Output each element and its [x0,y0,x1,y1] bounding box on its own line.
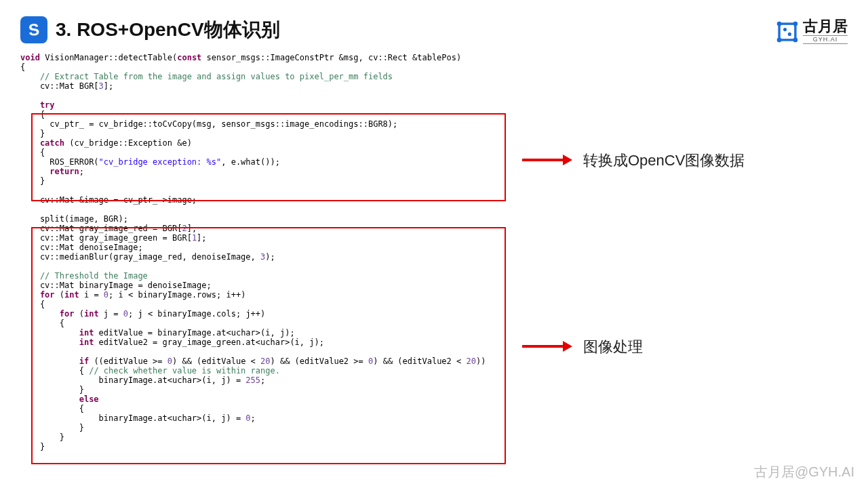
code-content: void VisionManager::detectTable(const se… [20,53,848,451]
annotation-2: 图像处理 [583,337,643,357]
svg-point-9 [788,32,791,35]
code-block: void VisionManager::detectTable(const se… [20,53,848,451]
arrow-2 [522,341,572,352]
brand-en: GYH.AI [803,35,848,44]
brand-cn: 古月居 [803,19,848,34]
svg-rect-7 [794,24,796,40]
svg-point-8 [783,28,787,31]
svg-rect-6 [778,24,780,40]
brand-text: 古月居 GYH.AI [803,19,848,44]
watermark: 古月居@GYH.AI [754,463,854,481]
slide-title: 3. ROS+OpenCV物体识别 [56,17,280,43]
arrow-head-icon [563,341,572,352]
brand-logo: 古月居 GYH.AI [776,19,848,44]
arrow-head-icon [563,155,572,165]
svg-rect-4 [779,22,795,24]
brand-icon [776,20,799,43]
logo-letter: S [28,20,40,39]
slide-header: S 3. ROS+OpenCV物体识别 [0,0,868,50]
arrow-1 [522,155,572,165]
annotation-1: 转换成OpenCV图像数据 [583,150,745,171]
arrow-line-icon [522,159,563,161]
svg-rect-5 [779,39,795,41]
logo-icon: S [20,16,47,43]
arrow-line-icon [522,345,563,348]
